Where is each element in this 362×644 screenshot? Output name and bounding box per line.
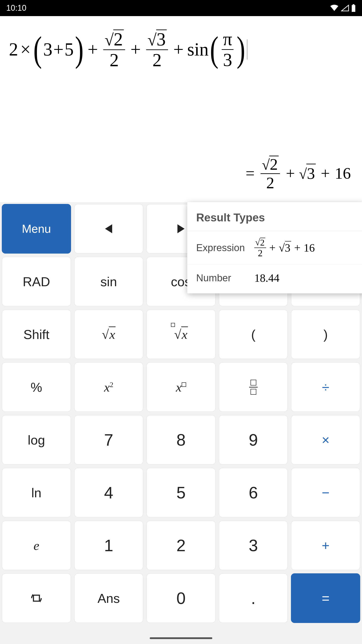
res-16: 16 <box>335 164 351 183</box>
percent-button[interactable]: % <box>2 362 71 412</box>
token-plus-3: + <box>130 39 141 60</box>
power-button[interactable]: x <box>146 362 216 412</box>
popup-expression-row[interactable]: Expression √22 + √3 + 16 <box>187 231 362 265</box>
sin-button[interactable]: sin <box>74 257 143 306</box>
denom-2b: 2 <box>152 50 162 69</box>
token-sin: sin <box>187 39 209 60</box>
five-button[interactable]: 5 <box>146 468 216 518</box>
sqrt-3: 3 <box>156 30 167 48</box>
e-glyph: e <box>33 538 39 553</box>
p-sqrt2: 2 <box>260 238 265 247</box>
six-button[interactable]: 6 <box>219 468 288 518</box>
zero-button[interactable]: 0 <box>146 573 216 623</box>
res-den2: 2 <box>266 174 274 191</box>
status-bar: 10:10 <box>0 0 362 16</box>
square-button[interactable]: x2 <box>74 362 143 412</box>
eight-button[interactable]: 8 <box>146 415 216 465</box>
triangle-left-icon <box>105 224 112 233</box>
token-2: 2 <box>9 39 18 60</box>
res-sqrt3-wrap: √3 <box>299 164 316 183</box>
token-plus-4: + <box>173 39 184 60</box>
rotate-icon <box>29 591 43 605</box>
equals-button[interactable]: = <box>291 573 360 623</box>
seven-button[interactable]: 7 <box>74 415 143 465</box>
svg-rect-1 <box>353 4 355 5</box>
shift-button[interactable]: Shift <box>2 310 71 359</box>
status-icons <box>330 4 356 12</box>
result-expression: = √2 2 + √3 + 16 <box>9 156 353 198</box>
sqrt-2: 2 <box>113 30 124 48</box>
lparen2-icon: ( <box>210 35 218 64</box>
fraction-2: √3 2 <box>146 30 168 69</box>
popup-number-row[interactable]: Number 18.44 <box>187 265 362 294</box>
fraction-icon <box>249 380 258 395</box>
svg-rect-0 <box>352 5 355 12</box>
rparen2-icon: ) <box>237 35 245 64</box>
signal-icon <box>341 5 349 12</box>
pi: π <box>222 30 234 50</box>
nav-handle[interactable] <box>150 637 212 639</box>
one-button[interactable]: 1 <box>74 520 143 570</box>
wifi-icon <box>330 5 339 12</box>
rparen-icon: ) <box>75 35 84 64</box>
two-button[interactable]: 2 <box>146 520 216 570</box>
rad-button[interactable]: RAD <box>2 257 71 306</box>
divide-button[interactable]: ÷ <box>291 362 360 412</box>
fraction-pi: π 3 <box>222 30 234 69</box>
lparen-button[interactable]: ( <box>219 310 288 359</box>
log-button[interactable]: log <box>2 415 71 465</box>
multiply-button[interactable]: × <box>291 415 360 465</box>
popup-expression-value: √22 + √3 + 16 <box>254 238 315 258</box>
four-button[interactable]: 4 <box>74 468 143 518</box>
nine-button[interactable]: 9 <box>219 415 288 465</box>
denom-3: 3 <box>223 50 232 69</box>
token-3: 3 <box>43 39 52 60</box>
popup-number-value: 18.44 <box>254 272 280 284</box>
p-plus1: + <box>269 241 276 254</box>
e-button[interactable]: e <box>2 520 71 570</box>
menu-button[interactable]: Menu <box>2 204 71 254</box>
token-plus: + <box>53 39 63 60</box>
display-area: 2 × ( 3 + 5 ) + √2 2 + √3 2 + sin ( π 3 … <box>0 16 362 202</box>
popup-title: Result Types <box>187 202 362 231</box>
dot-button[interactable]: . <box>219 573 288 623</box>
res-sqrt3: 3 <box>306 164 316 183</box>
plus-button[interactable]: + <box>291 520 360 570</box>
token-5: 5 <box>64 39 74 60</box>
status-time: 10:10 <box>6 3 26 13</box>
equals-sign: = <box>246 164 255 183</box>
sqrt-x: x <box>109 326 115 342</box>
popup-expression-label: Expression <box>196 242 254 253</box>
res-sqrt2: 2 <box>269 156 279 172</box>
triangle-right-icon <box>177 224 185 233</box>
fraction-button[interactable] <box>219 362 288 412</box>
fraction-1: √2 2 <box>103 30 125 69</box>
p-16: 16 <box>304 241 315 254</box>
lparen-icon: ( <box>33 35 42 64</box>
p-sqrt3: 3 <box>285 241 291 254</box>
token-plus-2: + <box>88 39 98 60</box>
p-plus2: + <box>294 241 301 254</box>
ans-button[interactable]: Ans <box>74 573 143 623</box>
rotate-button[interactable] <box>2 573 71 623</box>
popup-number-label: Number <box>196 272 254 284</box>
token-times: × <box>20 39 31 60</box>
input-expression[interactable]: 2 × ( 3 + 5 ) + √2 2 + √3 2 + sin ( π 3 … <box>9 30 353 69</box>
nroot-x: x <box>181 326 188 342</box>
cursor-left-button[interactable] <box>74 204 143 254</box>
three-button[interactable]: 3 <box>219 520 288 570</box>
battery-icon <box>351 4 356 12</box>
res-plus1: + <box>286 164 295 183</box>
p-den2: 2 <box>258 248 263 258</box>
cursor-icon <box>247 39 247 60</box>
res-plus2: + <box>321 164 330 183</box>
result-types-popup: Result Types Expression √22 + √3 + 16 Nu… <box>187 202 362 294</box>
sqrt-button[interactable]: √x <box>74 310 143 359</box>
nroot-button[interactable]: √x <box>146 310 216 359</box>
ln-button[interactable]: ln <box>2 468 71 518</box>
minus-button[interactable]: − <box>291 468 360 518</box>
denom-2a: 2 <box>109 50 119 69</box>
rparen-button[interactable]: ) <box>291 310 360 359</box>
result-frac: √2 2 <box>261 156 280 191</box>
